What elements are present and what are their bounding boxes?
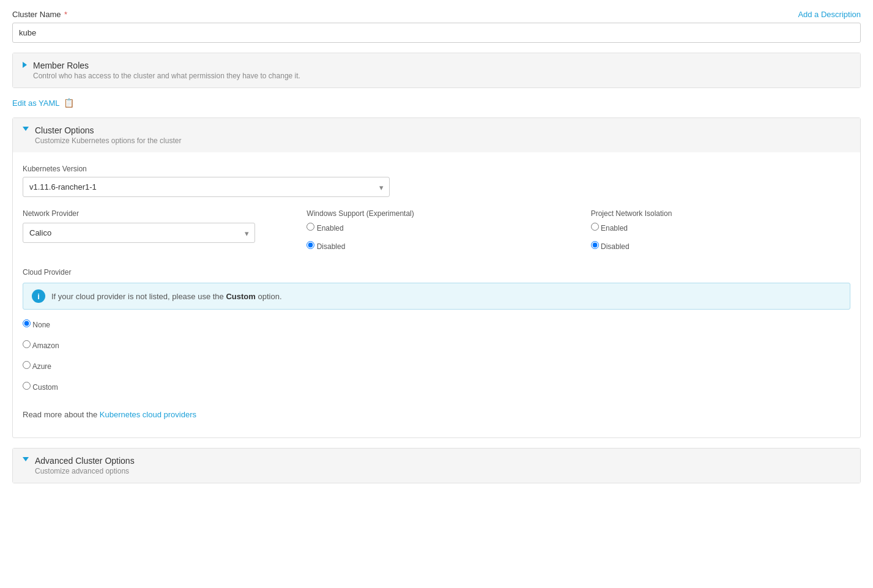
read-more-prefix: Read more about the	[23, 410, 97, 419]
cluster-name-label: Cluster Name *	[12, 10, 67, 19]
network-provider-wrapper: Calico Canal Flannel Weave ▾	[23, 223, 255, 243]
info-banner-prefix: If your cloud provider is not listed, pl…	[51, 292, 224, 301]
advanced-cluster-options-section: Advanced Cluster Options Customize advan…	[12, 448, 861, 483]
kubernetes-version-group: Kubernetes Version v1.11.6-rancher1-1 v1…	[23, 165, 850, 197]
project-network-isolation-radio-group: Enabled Disabled	[591, 223, 850, 256]
cloud-azure-label: Azure	[32, 362, 51, 371]
isolation-enabled-radio[interactable]	[591, 223, 599, 231]
isolation-enabled-label: Enabled	[601, 224, 628, 233]
windows-disabled-radio[interactable]	[306, 241, 314, 249]
network-provider-select[interactable]: Calico Canal Flannel Weave	[23, 223, 255, 243]
cloud-amazon-radio[interactable]	[23, 340, 31, 348]
edit-yaml-link[interactable]: Edit as YAML	[12, 99, 60, 108]
cloud-none-radio[interactable]	[23, 319, 31, 327]
edit-yaml-row: Edit as YAML 📋	[12, 98, 861, 108]
cluster-name-input[interactable]	[12, 23, 861, 43]
isolation-disabled-radio[interactable]	[591, 241, 599, 249]
advanced-options-toggle-icon	[23, 457, 29, 461]
windows-support-col: Windows Support (Experimental) Enabled D…	[306, 209, 566, 256]
read-more-row: Read more about the Kubernetes cloud pro…	[23, 410, 850, 419]
kubernetes-cloud-providers-link[interactable]: Kubernetes cloud providers	[100, 410, 196, 419]
required-star: *	[64, 10, 67, 19]
cloud-none-option: None	[23, 319, 850, 329]
cloud-amazon-label: Amazon	[32, 341, 59, 350]
info-banner-text: If your cloud provider is not listed, pl…	[51, 292, 282, 301]
cloud-custom-label: Custom	[32, 383, 58, 392]
cloud-custom-radio[interactable]	[23, 382, 31, 390]
windows-disabled-option: Disabled	[306, 241, 566, 251]
project-network-isolation-col: Project Network Isolation Enabled Disabl…	[591, 209, 850, 256]
info-banner-bold: Custom	[226, 292, 255, 301]
cluster-options-header[interactable]: Cluster Options Customize Kubernetes opt…	[13, 118, 860, 152]
advanced-options-description: Customize advanced options	[35, 467, 135, 475]
cloud-none-label: None	[32, 321, 50, 329]
cloud-amazon-option: Amazon	[23, 340, 850, 350]
kubernetes-version-select[interactable]: v1.11.6-rancher1-1 v1.10.9-rancher1-1 v1…	[23, 177, 390, 197]
cluster-name-label-text: Cluster Name	[12, 10, 61, 19]
cloud-azure-option: Azure	[23, 361, 850, 371]
network-provider-col: Network Provider Calico Canal Flannel We…	[23, 209, 282, 256]
cloud-azure-radio[interactable]	[23, 361, 31, 369]
advanced-options-title: Advanced Cluster Options	[35, 456, 135, 466]
cloud-provider-label: Cloud Provider	[23, 268, 850, 277]
project-network-isolation-label: Project Network Isolation	[591, 209, 850, 218]
cluster-name-section: Cluster Name * Add a Description	[12, 10, 861, 43]
cluster-options-toggle-icon	[23, 127, 29, 131]
kubernetes-version-label: Kubernetes Version	[23, 165, 850, 173]
member-roles-toggle-icon	[23, 62, 27, 68]
member-roles-header-content: Member Roles Control who has access to t…	[33, 61, 300, 80]
windows-support-label: Windows Support (Experimental)	[306, 209, 566, 218]
cloud-provider-info-banner: i If your cloud provider is not listed, …	[23, 283, 850, 310]
cluster-options-title: Cluster Options	[35, 125, 181, 135]
member-roles-section: Member Roles Control who has access to t…	[12, 53, 861, 88]
windows-disabled-label: Disabled	[317, 242, 346, 251]
advanced-options-header-content: Advanced Cluster Options Customize advan…	[35, 456, 135, 475]
windows-support-radio-group: Enabled Disabled	[306, 223, 566, 256]
network-provider-label: Network Provider	[23, 209, 282, 218]
cloud-provider-section: Cloud Provider i If your cloud provider …	[23, 268, 850, 419]
copy-icon[interactable]: 📋	[64, 98, 74, 108]
add-description-link[interactable]: Add a Description	[798, 10, 861, 19]
cloud-provider-radio-group: None Amazon Azure Custom	[23, 319, 850, 398]
cluster-options-header-content: Cluster Options Customize Kubernetes opt…	[35, 125, 181, 145]
cloud-custom-option: Custom	[23, 382, 850, 392]
cluster-options-body: Kubernetes Version v1.11.6-rancher1-1 v1…	[13, 152, 860, 437]
member-roles-header[interactable]: Member Roles Control who has access to t…	[13, 53, 860, 87]
windows-enabled-radio[interactable]	[306, 223, 314, 231]
isolation-enabled-option: Enabled	[591, 223, 850, 233]
cluster-options-description: Customize Kubernetes options for the clu…	[35, 136, 181, 145]
info-banner-suffix: option.	[258, 292, 281, 301]
member-roles-title: Member Roles	[33, 61, 300, 70]
isolation-disabled-label: Disabled	[601, 242, 630, 251]
windows-enabled-label: Enabled	[317, 224, 344, 233]
member-roles-description: Control who has access to the cluster an…	[33, 72, 300, 80]
network-options-row: Network Provider Calico Canal Flannel We…	[23, 209, 850, 256]
windows-enabled-option: Enabled	[306, 223, 566, 233]
advanced-cluster-options-header[interactable]: Advanced Cluster Options Customize advan…	[13, 448, 860, 483]
kubernetes-version-wrapper: v1.11.6-rancher1-1 v1.10.9-rancher1-1 v1…	[23, 177, 390, 197]
cluster-options-section: Cluster Options Customize Kubernetes opt…	[12, 117, 861, 438]
info-icon: i	[32, 289, 45, 303]
isolation-disabled-option: Disabled	[591, 241, 850, 251]
